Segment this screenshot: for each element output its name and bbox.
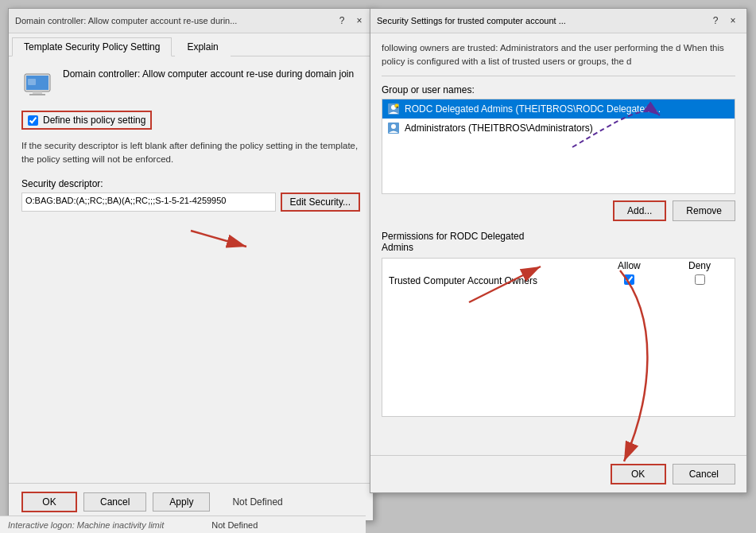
left-dialog-title: Domain controller: Allow computer accoun… [15,16,237,25]
define-policy-label-text: Define this policy setting [43,115,145,126]
sd-row: O:BAG:BAD:(A;;RC;;BA)(A;;RC;;;S-1-5-21-4… [21,193,360,212]
left-cancel-button[interactable]: Cancel [83,492,146,512]
group-label: Group or user names: [382,84,735,95]
user-list: ★ RODC Delegated Admins (THEITBROS\RODC … [382,99,735,194]
right-dialog-title: Security Settings for trusted computer a… [377,16,566,25]
tab-template-security[interactable]: Template Security Policy Setting [12,37,172,56]
left-ok-button[interactable]: OK [21,492,77,512]
permissions-table: Allow Deny Trusted Computer Account Owne… [382,259,735,289]
left-dialog: Domain controller: Allow computer accoun… [8,8,374,521]
policy-header: Domain controller: Allow computer accoun… [21,68,360,99]
remove-button[interactable]: Remove [673,200,735,221]
perm-deny-0[interactable] [665,273,735,289]
right-dialog-titlebar: Security Settings for trusted computer a… [370,9,746,33]
permissions-title-suffix: Admins [382,242,413,253]
perm-allow-checkbox-0[interactable] [624,274,634,285]
left-dialog-content: Domain controller: Allow computer accoun… [9,56,373,223]
sd-label: Security descriptor: [21,178,360,189]
info-text: If the security descriptor is left blank… [21,139,360,167]
right-dialog-footer: OK Cancel [370,455,746,492]
left-dialog-close-icon[interactable]: × [352,14,366,28]
permissions-section: Permissions for RODC Delegated Admins Al… [382,231,735,417]
perm-name-0: Trusted Computer Account Owners [382,273,594,289]
bottom-bar-not-defined: Not Defined [211,520,258,530]
add-button[interactable]: Add... [613,200,666,221]
right-dialog-help-icon[interactable]: ? [708,14,723,28]
perm-deny-checkbox-0[interactable] [695,274,705,285]
svg-rect-4 [28,79,36,85]
perm-col-allow: Allow [594,259,665,273]
right-cancel-button[interactable]: Cancel [673,464,735,484]
perm-col-name [382,259,594,273]
checkbox-wrapper: Define this policy setting [21,111,360,130]
bottom-bar-text: Interactive logon: Machine inactivity li… [8,520,164,530]
user-list-item-0[interactable]: ★ RODC Delegated Admins (THEITBROS\RODC … [382,99,735,119]
user-item-0-text: RODC Delegated Admins (THEITBROS\RODC De… [405,103,661,115]
svg-point-10 [391,124,396,129]
left-apply-button[interactable]: Apply [153,492,210,512]
left-dialog-footer: OK Cancel Apply Not Defined [9,483,373,520]
right-dialog-content: following owners are trusted: Administra… [370,33,746,425]
permissions-list-box: Allow Deny Trusted Computer Account Owne… [382,258,735,417]
add-remove-row: Add... Remove [382,200,735,221]
user-item-1-text: Administrators (THEITBROS\Administrators… [405,123,593,134]
policy-icon [21,68,53,99]
perm-allow-0[interactable] [594,273,665,289]
tabs-bar: Template Security Policy Setting Explain [9,33,373,56]
svg-rect-3 [29,94,45,95]
tab-explain[interactable]: Explain [175,37,230,56]
sd-input[interactable]: O:BAG:BAD:(A;;RC;;BA)(A;;RC;;;S-1-5-21-4… [21,193,276,212]
edit-security-button[interactable]: Edit Security... [281,193,360,212]
svg-rect-2 [33,91,42,94]
description-text: following owners are trusted: Administra… [382,41,735,76]
perm-row-0: Trusted Computer Account Owners [382,273,735,289]
right-dialog: Security Settings for trusted computer a… [370,8,747,493]
permissions-title-prefix: Permissions for RODC Delegated [382,231,524,242]
policy-title-text: Domain controller: Allow computer accoun… [63,68,354,81]
svg-text:★: ★ [396,104,399,108]
define-policy-label[interactable]: Define this policy setting [21,111,152,130]
perm-col-deny: Deny [665,259,735,273]
user-icon-1 [387,122,400,134]
left-dialog-titlebar: Domain controller: Allow computer accoun… [9,9,373,33]
right-ok-button[interactable]: OK [611,464,666,484]
user-icon-0: ★ [387,103,400,115]
user-list-item-1[interactable]: Administrators (THEITBROS\Administrators… [382,119,735,138]
define-policy-checkbox[interactable] [28,115,38,126]
bottom-bar: Interactive logon: Machine inactivity li… [0,515,366,533]
left-dialog-help-icon[interactable]: ? [335,14,349,28]
right-dialog-close-icon[interactable]: × [726,14,740,28]
not-defined-text: Not Defined [232,496,282,508]
permissions-title: Permissions for RODC Delegated Admins [382,231,735,253]
